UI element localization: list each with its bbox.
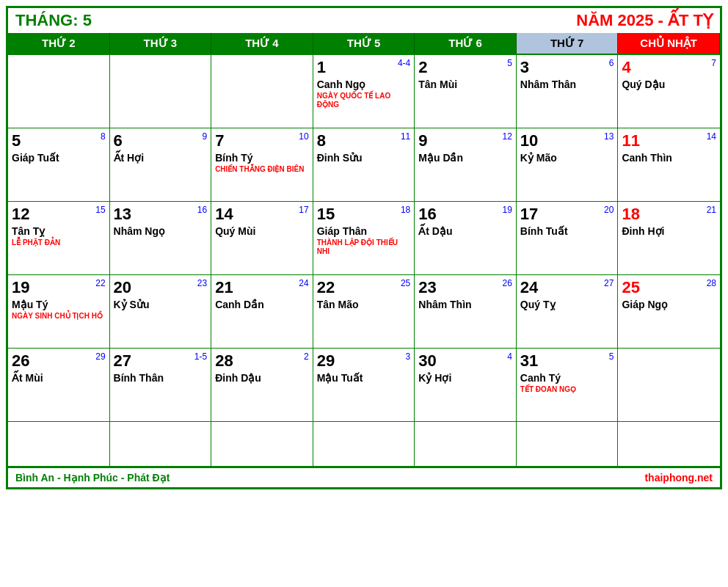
lunar-date: 7: [711, 58, 716, 68]
lunar-date: 28: [707, 278, 716, 288]
calendar-day-cell: [618, 349, 720, 422]
can-chi-label: Giáp Thân: [317, 225, 411, 237]
day-of-week-header-cell: THỨ 3: [110, 33, 212, 54]
calendar-day-cell: 315Canh TýTết Đoan Ngọ: [517, 349, 619, 422]
calendar-day-cell: 14-4Canh NgọNgày quốc tế lao động: [313, 55, 415, 128]
calendar-day-cell: 47Quý Dậu: [618, 55, 720, 128]
can-chi-label: Bính Tý: [215, 152, 309, 164]
day-number: 27: [114, 351, 208, 371]
day-number: 26: [12, 351, 106, 371]
lunar-date: 13: [604, 131, 614, 142]
calendar-day-cell: 1518Giáp ThânThành lập đội thiếu nhi: [313, 202, 415, 275]
footer-right-text: thaiphong.net: [644, 472, 713, 484]
lunar-date: 8: [101, 131, 106, 142]
lunar-date: 3: [406, 351, 411, 362]
day-number: 1: [317, 58, 411, 77]
calendar-day-cell: 1720Bính Tuất: [517, 202, 619, 275]
calendar-day-cell: [110, 55, 212, 128]
event-label: Ngày sinh chủ tịch Hồ: [12, 312, 106, 321]
lunar-date: 15: [95, 205, 105, 215]
can-chi-label: Quý Mùi: [215, 225, 309, 237]
calendar-day-cell: 1215Tân TỵLễ Phật Đản: [8, 202, 110, 275]
can-chi-label: Ất Mùi: [12, 372, 106, 384]
lunar-date: 6: [609, 58, 614, 68]
extra-cell: [517, 422, 619, 466]
extra-cell: [313, 422, 415, 466]
day-number: 21: [215, 278, 309, 297]
calendar-day-cell: 25Tân Mùi: [415, 55, 517, 128]
day-number: 8: [317, 131, 411, 150]
can-chi-label: Mậu Tuất: [317, 372, 411, 384]
extra-cell: [618, 422, 720, 466]
can-chi-label: Nhâm Thìn: [418, 299, 512, 310]
lunar-date: 24: [299, 278, 308, 288]
lunar-date: 21: [707, 205, 716, 215]
day-of-week-header-cell: THỨ 6: [415, 33, 517, 54]
can-chi-label: Bính Thân: [114, 372, 208, 384]
event-label: Tết Đoan Ngọ: [520, 385, 614, 394]
extra-cell: [211, 422, 313, 466]
day-number: 31: [520, 351, 614, 371]
day-of-week-header-cell: THỨ 2: [8, 33, 110, 54]
event-label: Chiến thắng Điện Biên: [215, 165, 309, 174]
day-number: 11: [622, 131, 716, 150]
calendar-day-cell: 271-5Bính Thân: [110, 349, 212, 422]
day-of-week-header-cell: THỨ 7: [517, 33, 619, 54]
calendar-day-cell: 58Giáp Tuất: [8, 128, 110, 202]
lunar-date: 16: [197, 205, 207, 215]
can-chi-label: Canh Ngọ: [317, 79, 411, 90]
calendar-day-cell: 2326Nhâm Thìn: [415, 275, 517, 349]
calendar-day-cell: 293Mậu Tuất: [313, 349, 415, 422]
day-number: 6: [114, 131, 208, 150]
day-number: 13: [114, 205, 208, 224]
lunar-date: 22: [95, 278, 105, 288]
lunar-date: 10: [299, 131, 308, 142]
can-chi-label: Nhâm Ngọ: [114, 225, 208, 237]
calendar-container: THÁNG: 5 NĂM 2025 - ẤT TỴ THỨ 2THỨ 3THỨ …: [6, 6, 722, 489]
calendar-day-cell: 2427Quý Tỵ: [517, 275, 619, 349]
lunar-date: 12: [502, 131, 512, 142]
year-label: NĂM 2025 - ẤT TỴ: [576, 11, 713, 30]
extra-row: [8, 422, 720, 467]
can-chi-label: Đinh Sửu: [317, 152, 411, 164]
day-number: 23: [418, 278, 512, 297]
day-number: 14: [215, 205, 309, 224]
day-number: 30: [418, 351, 512, 371]
calendar-footer: Bình An - Hạnh Phúc - Phát Đạt thaiphong…: [8, 467, 720, 487]
lunar-date: 4-4: [398, 58, 410, 68]
lunar-date: 26: [502, 278, 512, 288]
calendar-day-cell: 1619Ất Dậu: [415, 202, 517, 275]
lunar-date: 27: [604, 278, 614, 288]
day-number: 7: [215, 131, 309, 150]
day-number: 3: [520, 58, 614, 77]
day-number: 12: [12, 205, 106, 224]
lunar-date: 20: [604, 205, 614, 215]
calendar-day-cell: 1922Mậu TýNgày sinh chủ tịch Hồ: [8, 275, 110, 349]
can-chi-label: Đinh Dậu: [215, 372, 309, 384]
calendar-day-cell: [211, 55, 313, 128]
day-of-week-header-cell: THỨ 4: [211, 33, 313, 54]
can-chi-label: Kỷ Hợi: [418, 372, 512, 384]
day-number: 9: [418, 131, 512, 150]
calendar-day-cell: 2124Canh Dần: [211, 275, 313, 349]
day-number: 16: [418, 205, 512, 224]
event-label: Ngày quốc tế lao động: [317, 92, 411, 109]
lunar-date: 23: [197, 278, 207, 288]
can-chi-label: Ất Hợi: [114, 152, 208, 164]
footer-left-text: Bình An - Hạnh Phúc - Phát Đạt: [15, 472, 170, 484]
can-chi-label: Kỷ Mão: [520, 152, 614, 164]
calendar-day-cell: 1417Quý Mùi: [211, 202, 313, 275]
can-chi-label: Ất Dậu: [418, 225, 512, 237]
can-chi-label: Tân Tỵ: [12, 225, 106, 237]
day-number: 24: [520, 278, 614, 297]
day-number: 18: [622, 205, 716, 224]
calendar-day-cell: 304Kỷ Hợi: [415, 349, 517, 422]
calendar-day-cell: 1013Kỷ Mão: [517, 128, 619, 202]
lunar-date: 29: [95, 351, 105, 362]
can-chi-label: Mậu Tý: [12, 299, 106, 310]
can-chi-label: Canh Dần: [215, 299, 309, 310]
calendar-day-cell: [8, 55, 110, 128]
calendar-day-cell: 282Đinh Dậu: [211, 349, 313, 422]
day-number: 19: [12, 278, 106, 297]
lunar-date: 2: [304, 351, 309, 362]
